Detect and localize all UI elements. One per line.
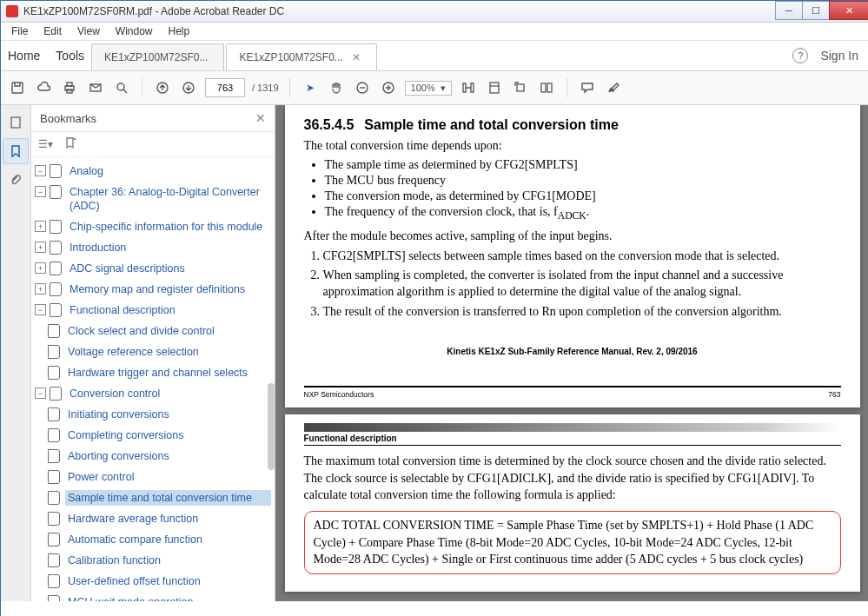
home-button[interactable]: Home [8,49,40,63]
heading-text: Sample time and total conversion time [364,117,619,132]
bookmarks-tab-icon[interactable] [3,138,29,164]
bookmark-item[interactable]: Calibration function [65,553,271,568]
ol-3: The result of the conversion is transfer… [323,304,841,321]
vendor-name: NXP Semiconductors [304,390,374,399]
rotate-icon[interactable] [511,78,530,97]
comment-icon[interactable] [578,78,597,97]
svg-rect-13 [547,83,552,92]
tab-close-icon[interactable]: ✕ [352,51,361,63]
prev-page-icon[interactable] [153,78,172,97]
menu-file[interactable]: File [4,23,35,39]
new-bookmark-icon[interactable] [63,136,77,153]
menu-window[interactable]: Window [109,23,160,39]
hand-tool-icon[interactable] [327,78,346,97]
heading-number: 36.5.4.5 [304,117,354,132]
zoom-in-icon[interactable] [379,78,398,97]
document-tab-row: Home Tools KE1xZP100M72SF0... KE1xZP100M… [1,41,868,71]
zoom-out-icon[interactable] [353,78,372,97]
header-gradient [304,423,841,432]
bullet-4: The frequency of the conversion clock, t… [325,205,841,222]
menu-view[interactable]: View [70,23,107,39]
page-number: 763 [828,390,840,399]
print-icon[interactable] [60,78,79,97]
scrollbar-thumb[interactable] [268,383,275,470]
cloud-icon[interactable] [34,78,53,97]
panel-close-icon[interactable]: ✕ [255,111,266,125]
bookmark-item[interactable]: MCU wait mode operation [65,594,271,601]
maximize-button[interactable]: ☐ [802,1,830,20]
tab-doc-1[interactable]: KE1xZP100M72SF0... [91,43,224,70]
menu-edit[interactable]: Edit [36,23,69,39]
fit-width-icon[interactable] [459,78,478,97]
attachments-tab-icon[interactable] [3,168,28,192]
bookmark-item[interactable]: Power control [65,469,271,485]
bullet-2: The MCU bus frequency [325,174,841,188]
svg-rect-10 [490,83,499,93]
search-icon[interactable] [112,78,131,97]
fit-page-icon[interactable] [485,78,504,97]
bookmark-item[interactable]: Hardware trigger and channel selects [65,365,271,381]
thumbnails-tab-icon[interactable] [3,110,28,135]
bookmark-item[interactable]: Memory map and register definitions [67,282,271,297]
mail-icon[interactable] [86,78,105,97]
tab-label: KE1xZP100M72SF0... [239,51,342,63]
page-count: / 1319 [252,83,279,93]
svg-rect-11 [517,84,524,91]
bookmark-item[interactable]: Chapter 36: Analog-to-Digital Converter … [67,184,271,214]
bookmark-item[interactable]: Analog [67,163,271,179]
main-toolbar: / 1319 ➤ 100%▾ [1,71,868,105]
bookmark-item[interactable]: Conversion control [67,386,271,401]
formula-text: ADC TOTAL CONVERSION TIME = Sample Phase… [314,517,832,568]
svg-rect-3 [67,89,72,93]
svg-rect-14 [11,117,20,128]
next-page-icon[interactable] [179,78,198,97]
bookmark-item[interactable]: Voltage reference selection [65,344,271,360]
bookmark-item[interactable]: Hardware average function [65,511,271,527]
zoom-value: 100% [411,83,435,93]
bookmark-item[interactable]: Introduction [67,240,271,255]
bookmark-item[interactable]: Clock select and divide control [65,323,271,339]
bookmark-item[interactable]: ADC signal descriptions [67,261,271,276]
menu-help[interactable]: Help [162,23,197,39]
pdf-page-763: 36.5.4.5Sample time and total conversion… [285,105,860,407]
bookmark-item-selected[interactable]: Sample time and total conversion time [65,490,271,506]
select-tool-icon[interactable]: ➤ [301,78,320,97]
minimize-button[interactable]: ─ [775,1,803,20]
bookmarks-tree[interactable]: −Analog −Chapter 36: Analog-to-Digital C… [31,157,275,601]
app-icon [6,5,18,17]
view-mode-icon[interactable] [537,78,556,97]
tab-doc-2[interactable]: KE1xZP100M72SF0...✕ [226,43,376,70]
svg-point-5 [117,83,124,90]
page-number-input[interactable] [205,78,245,97]
torn-edge [1,601,868,616]
svg-rect-2 [67,83,72,86]
pdf-page-764: Functional description The maximum total… [285,414,860,592]
bookmark-item[interactable]: Completing conversions [65,427,271,443]
sign-icon[interactable] [604,78,623,97]
save-icon[interactable] [8,78,27,97]
bookmark-item[interactable]: User-defined offset function [65,573,271,589]
zoom-select[interactable]: 100%▾ [405,81,452,96]
tools-button[interactable]: Tools [56,49,84,63]
section-header: Functional description [304,434,841,446]
svg-rect-0 [12,83,23,93]
bookmark-item[interactable]: Chip-specific information for this modul… [67,219,271,235]
chevron-down-icon: ▾ [441,83,446,94]
panel-title: Bookmarks [40,112,96,125]
close-button[interactable]: ✕ [829,1,868,20]
svg-rect-12 [541,83,546,92]
panel-options-icon[interactable]: ☰▾ [38,138,53,150]
ol-1: CFG2[SMPLTS] selects between sample time… [323,248,841,265]
para-text: The maximum total conversion time is det… [304,453,841,504]
bookmark-item[interactable]: Functional description [67,302,271,318]
after-text: After the module becomes active, samplin… [304,229,841,245]
bookmark-item[interactable]: Aborting conversions [65,448,271,464]
window-titlebar: KE1xZP100M72SF0RM.pdf - Adobe Acrobat Re… [1,1,868,23]
document-viewport[interactable]: 36.5.4.5Sample time and total conversion… [275,105,868,601]
help-icon[interactable]: ? [792,48,808,63]
bookmark-item[interactable]: Initiating conversions [65,407,271,422]
bookmarks-panel: Bookmarks ✕ ☰▾ −Analog −Chapter 36: Anal… [31,105,275,601]
bullet-3: The conversion mode, as determined by CF… [325,189,841,203]
bookmark-item[interactable]: Automatic compare function [65,532,271,547]
sign-in-link[interactable]: Sign In [820,49,858,63]
